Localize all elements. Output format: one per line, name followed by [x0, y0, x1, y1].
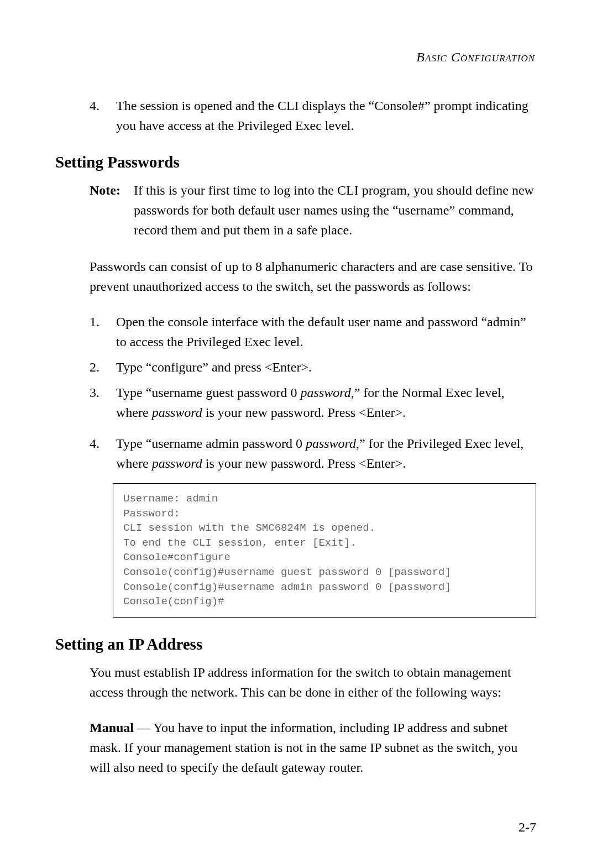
list-text: Open the console interface with the defa… [116, 312, 536, 352]
text-fragment: You have to input the information, inclu… [90, 720, 517, 775]
list-text: The session is opened and the CLI displa… [116, 96, 536, 135]
list-item: 1. Open the console interface with the d… [90, 312, 536, 352]
body-paragraph: Manual — You have to input the informati… [90, 718, 536, 777]
ordered-list: 1. Open the console interface with the d… [90, 312, 536, 473]
list-item: 3. Type “username guest password 0 passw… [90, 383, 536, 422]
page-number: 2-7 [519, 820, 536, 835]
emphasis: password [152, 405, 202, 420]
text-fragment: Type “username guest password 0 [116, 385, 301, 400]
body-paragraph: You must establish IP address informatio… [90, 662, 536, 702]
text-fragment: Type “username admin password 0 [116, 436, 306, 451]
note-label: Note: [90, 180, 134, 240]
emphasis: password [306, 436, 356, 451]
list-number: 4. [90, 433, 116, 473]
terminal-output: Username: admin Password: CLI session wi… [113, 483, 536, 618]
list-item: 4. The session is opened and the CLI dis… [90, 96, 536, 135]
list-number: 3. [90, 383, 116, 422]
text-fragment: is your new password. Press <Enter>. [202, 456, 406, 470]
list-item: 4. Type “username admin password 0 passw… [90, 433, 536, 473]
list-text: Type “username guest password 0 password… [116, 383, 536, 422]
term-label: Manual [90, 720, 134, 735]
separator: — [134, 720, 153, 735]
continued-list: 4. The session is opened and the CLI dis… [90, 96, 536, 135]
list-number: 4. [90, 96, 116, 135]
note-text: If this is your first time to log into t… [134, 180, 536, 240]
list-text: Type “configure” and press <Enter>. [116, 357, 536, 377]
heading-setting-ip-address: Setting an IP Address [55, 635, 536, 653]
list-text: Type “username admin password 0 password… [116, 433, 536, 473]
list-number: 1. [90, 312, 116, 352]
emphasis: password [301, 385, 351, 400]
list-item: 2. Type “configure” and press <Enter>. [90, 357, 536, 377]
list-number: 2. [90, 357, 116, 377]
emphasis: password [152, 456, 202, 470]
heading-setting-passwords: Setting Passwords [55, 153, 536, 171]
note-block: Note: If this is your first time to log … [90, 180, 536, 240]
text-fragment: is your new password. Press <Enter>. [202, 405, 406, 420]
running-header: Basic Configuration [55, 50, 536, 65]
body-paragraph: Passwords can consist of up to 8 alphanu… [90, 257, 536, 296]
